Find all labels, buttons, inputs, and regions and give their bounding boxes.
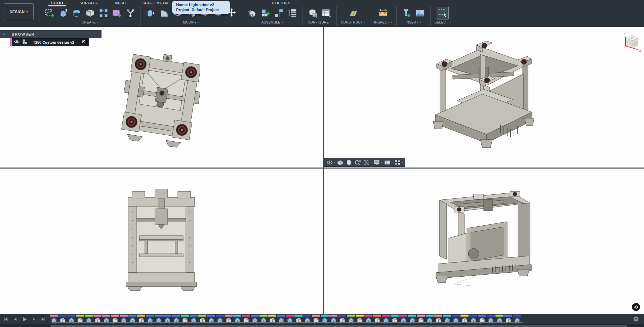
group-inspect: INSPECT▾ bbox=[370, 6, 396, 26]
tab-mesh[interactable]: MESH bbox=[114, 1, 126, 5]
timeline-color-cap bbox=[487, 315, 495, 317]
group-select: SELECT▾ bbox=[430, 6, 455, 26]
display-settings-dropdown-caret[interactable]: ▾ bbox=[381, 161, 382, 164]
browser-title: BROWSER bbox=[12, 32, 96, 36]
skip-start-button[interactable] bbox=[2, 316, 9, 323]
model-iso-view[interactable] bbox=[433, 35, 534, 162]
component-icon bbox=[22, 39, 28, 46]
hole-button[interactable] bbox=[84, 7, 96, 19]
pan-button[interactable] bbox=[345, 158, 353, 166]
browser-root-item[interactable]: » T250 Custom design v2 bbox=[0, 38, 89, 46]
timeline-scrollbar-handle[interactable] bbox=[50, 325, 627, 327]
timeline-color-cap bbox=[128, 315, 136, 317]
skip-start-icon bbox=[3, 317, 8, 322]
timeline-color-cap bbox=[111, 315, 119, 317]
timeline-color-cap bbox=[373, 315, 381, 317]
timeline-color-cap bbox=[417, 315, 425, 317]
create-sketch-button[interactable] bbox=[44, 7, 56, 19]
extrude-icon bbox=[58, 8, 68, 18]
configuration-button[interactable] bbox=[307, 7, 319, 19]
viewport-layout-button[interactable] bbox=[394, 158, 402, 166]
fit-button[interactable] bbox=[362, 158, 370, 166]
fit-dropdown-caret[interactable]: ▾ bbox=[370, 161, 372, 164]
viewport-area[interactable]: « BROWSER − » T250 Custom design v2 bbox=[0, 27, 644, 314]
timeline-color-cap bbox=[120, 315, 128, 317]
extrude-button[interactable] bbox=[57, 7, 69, 19]
group-label-assemble[interactable]: ASSEMBLE▾ bbox=[261, 20, 283, 24]
zoom-button[interactable] bbox=[354, 158, 362, 166]
visibility-eye-icon[interactable] bbox=[14, 39, 20, 46]
press-pull-icon bbox=[146, 8, 156, 18]
timeline-color-cap bbox=[207, 315, 215, 317]
model-front-view[interactable] bbox=[125, 189, 197, 291]
group-configure: CONFIGURE▾ bbox=[303, 6, 336, 26]
viewport-divider-vertical[interactable] bbox=[323, 27, 324, 314]
step-back-button[interactable] bbox=[11, 316, 19, 323]
orbit-button[interactable] bbox=[326, 158, 334, 166]
play-button[interactable] bbox=[21, 316, 28, 323]
new-component-button[interactable] bbox=[259, 7, 272, 19]
viewport-divider-horizontal[interactable] bbox=[0, 168, 644, 169]
group-label-modify[interactable]: MODIFY▾ bbox=[183, 20, 199, 24]
tab-surface[interactable]: SURFACE bbox=[79, 1, 99, 5]
timeline-color-cap bbox=[172, 315, 180, 317]
configuration-table-button[interactable] bbox=[320, 7, 332, 19]
pipe-button[interactable] bbox=[124, 7, 136, 19]
revolve-button[interactable] bbox=[71, 7, 83, 19]
press-pull-button[interactable] bbox=[145, 7, 157, 19]
grid-settings-button[interactable] bbox=[383, 158, 391, 166]
activate-component-radio[interactable] bbox=[80, 39, 88, 45]
construct-plane-button[interactable] bbox=[347, 7, 359, 19]
grid-settings-dropdown-caret[interactable]: ▾ bbox=[391, 161, 393, 164]
step-forward-button[interactable] bbox=[30, 316, 38, 323]
model-iso-front-view[interactable] bbox=[433, 188, 534, 289]
fillet-button[interactable] bbox=[158, 7, 170, 19]
document-tooltip: Name: Lightsaber v2 Project: Default Pro… bbox=[172, 1, 230, 14]
skip-end-button[interactable] bbox=[40, 316, 47, 323]
timeline-color-cap bbox=[181, 315, 189, 317]
timeline-color-cap bbox=[426, 315, 434, 317]
group-label-construct[interactable]: CONSTRUCT▾ bbox=[341, 20, 366, 24]
revolve-icon bbox=[72, 8, 82, 18]
chevron-down-icon: ▾ bbox=[449, 21, 451, 24]
insert-fastener-button[interactable] bbox=[401, 7, 413, 19]
group-label-insert[interactable]: INSERT▾ bbox=[405, 20, 421, 24]
tab-sheet-metal[interactable]: SHEET METAL bbox=[142, 1, 170, 5]
group-label-inspect[interactable]: INSPECT▾ bbox=[374, 20, 392, 24]
measure-button[interactable] bbox=[377, 7, 389, 19]
joint-button[interactable] bbox=[273, 7, 285, 19]
browser-collapse-icon[interactable]: « bbox=[3, 32, 6, 37]
create-form-button[interactable] bbox=[111, 7, 123, 19]
timeline-playback-controls bbox=[2, 316, 47, 323]
timeline-settings-gear-icon[interactable] bbox=[633, 316, 639, 323]
group-label-configure[interactable]: CONFIGURE▾ bbox=[308, 20, 331, 24]
canvas-button[interactable] bbox=[414, 7, 426, 19]
activate-radio-icon bbox=[81, 39, 86, 45]
feedback-chat-bubble[interactable] bbox=[632, 302, 640, 311]
skip-end-icon bbox=[41, 317, 46, 322]
timeline-color-cap bbox=[251, 315, 259, 317]
insert-derive-icon bbox=[247, 8, 257, 18]
browser-minimize-icon[interactable]: − bbox=[95, 32, 98, 37]
workspace-selector[interactable]: DESIGN ▾ bbox=[4, 3, 34, 20]
insert-derive-button[interactable] bbox=[246, 7, 258, 19]
timeline-color-cap bbox=[469, 315, 477, 317]
model-top-view[interactable] bbox=[121, 52, 200, 150]
display-settings-button[interactable] bbox=[373, 158, 381, 166]
orbit-dropdown-caret[interactable]: ▾ bbox=[334, 161, 335, 164]
joint-list-button[interactable] bbox=[286, 7, 298, 19]
browser-expand-icon[interactable]: » bbox=[0, 40, 10, 45]
group-assemble: ASSEMBLE▾ bbox=[242, 6, 303, 26]
component-name[interactable]: T250 Custom design v2 bbox=[30, 40, 78, 44]
rectangular-pattern-button[interactable] bbox=[97, 7, 110, 19]
tab-utilities[interactable]: UTILITIES bbox=[271, 1, 291, 5]
look-at-button[interactable] bbox=[336, 158, 344, 166]
timeline-color-cap bbox=[504, 315, 512, 317]
group-insert: INSERT▾ bbox=[396, 6, 430, 26]
group-label-create[interactable]: CREATE▾ bbox=[82, 20, 98, 24]
tab-solid[interactable]: SOLID bbox=[50, 1, 64, 5]
viewport-layout-dropdown-caret[interactable]: ▾ bbox=[402, 161, 403, 164]
view-cube[interactable]: TOP FRONT RIGHT Z X bbox=[621, 32, 643, 54]
select-window-button[interactable] bbox=[437, 7, 449, 19]
group-label-select[interactable]: SELECT▾ bbox=[435, 20, 451, 24]
